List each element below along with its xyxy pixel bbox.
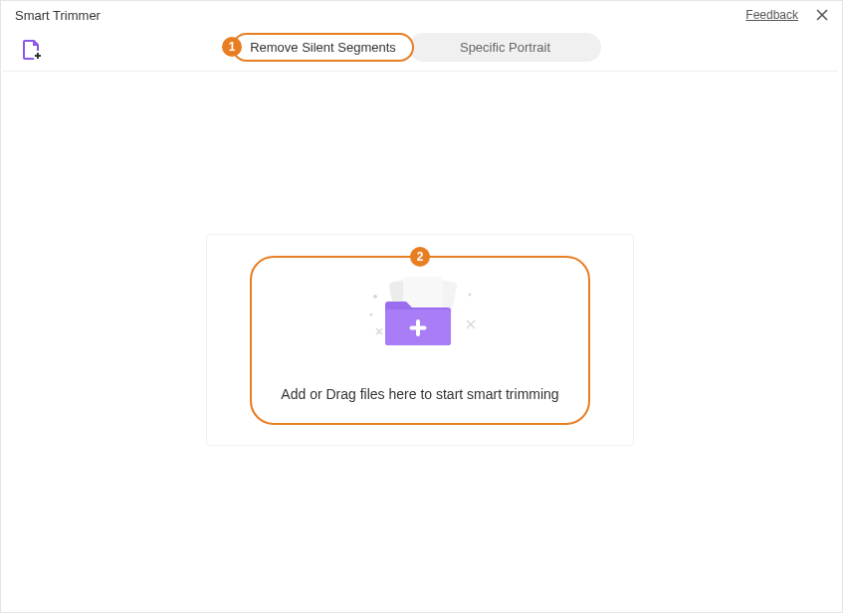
drop-zone-text: Add or Drag files here to start smart tr… bbox=[281, 386, 558, 402]
window-title: Smart Trimmer bbox=[15, 8, 101, 23]
feedback-link[interactable]: Feedback bbox=[745, 8, 798, 22]
close-button[interactable] bbox=[812, 5, 832, 25]
step-badge-1: 1 bbox=[222, 37, 242, 57]
title-bar-right: Feedback bbox=[745, 5, 832, 25]
drop-zone[interactable]: 2 bbox=[250, 256, 590, 425]
title-bar: Smart Trimmer Feedback bbox=[1, 1, 842, 29]
tab-label-inactive: Specific Portrait bbox=[460, 40, 550, 55]
step-badge-2: 2 bbox=[410, 247, 430, 267]
close-icon bbox=[815, 8, 829, 22]
svg-point-9 bbox=[469, 293, 472, 296]
window-frame: Smart Trimmer Feedback 1 Re bbox=[0, 0, 843, 613]
app-icon bbox=[21, 39, 43, 61]
tab-label-active: Remove Silent Segments bbox=[250, 40, 396, 55]
tab-specific-portrait[interactable]: Specific Portrait bbox=[409, 33, 601, 62]
tab-remove-silent[interactable]: Remove Silent Segments bbox=[232, 33, 414, 62]
toolbar: 1 Remove Silent Segments Specific Portra… bbox=[1, 29, 842, 71]
svg-point-8 bbox=[370, 312, 373, 315]
drop-card: 2 bbox=[206, 234, 634, 446]
folder-illustration bbox=[355, 277, 485, 362]
content-area: 2 bbox=[2, 71, 838, 608]
tab-group: 1 Remove Silent Segments Specific Portra… bbox=[232, 33, 601, 62]
